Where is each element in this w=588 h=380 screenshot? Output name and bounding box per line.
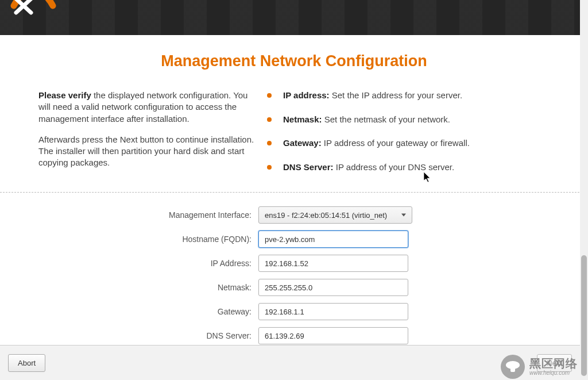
bullet-ip: IP address: Set the IP address for your … xyxy=(266,90,550,101)
bullet-dns: DNS Server: IP address of your DNS serve… xyxy=(266,162,550,173)
label-netmask: Netmask: xyxy=(0,283,258,292)
hostname-input[interactable] xyxy=(258,231,408,248)
label-dns: DNS Server: xyxy=(0,331,258,340)
description-para2: Afterwards press the Next button to cont… xyxy=(38,134,254,169)
bullet-icon xyxy=(267,141,272,145)
description-left: Please verify the displayed network conf… xyxy=(38,90,266,185)
label-interface: Management Interface: xyxy=(0,210,258,220)
label-hostname: Hostname (FQDN): xyxy=(0,235,258,244)
interface-selected-value: ens19 - f2:24:eb:05:14:51 (virtio_net) xyxy=(265,211,387,220)
scrollbar-thumb[interactable] xyxy=(581,255,587,376)
label-gateway: Gateway: xyxy=(0,307,258,316)
verify-bold: Please verify xyxy=(38,90,91,100)
netmask-input[interactable] xyxy=(258,279,408,296)
installer-header xyxy=(0,0,588,35)
chevron-down-icon xyxy=(401,214,406,217)
label-ip: IP Address: xyxy=(0,259,258,268)
bullet-icon xyxy=(267,93,272,98)
interface-dropdown[interactable]: ens19 - f2:24:eb:05:14:51 (virtio_net) xyxy=(258,206,412,224)
description-columns: Please verify the displayed network conf… xyxy=(38,90,550,185)
svg-rect-1 xyxy=(510,367,515,372)
description-right: IP address: Set the IP address for your … xyxy=(266,90,550,185)
dns-input[interactable] xyxy=(258,327,408,344)
installer-footer: Abort Next xyxy=(0,345,580,380)
watermark: 黑区网络 www.heiqu.com xyxy=(501,355,578,379)
ip-input[interactable] xyxy=(258,255,408,272)
main-content: Management Network Configuration Please … xyxy=(0,35,588,345)
bullet-gateway: Gateway: IP address of your gateway or f… xyxy=(266,137,550,149)
watermark-logo-circle xyxy=(501,355,525,379)
page-title: Management Network Configuration xyxy=(0,52,588,70)
watermark-cn-text: 黑区网络 xyxy=(529,358,578,369)
bullet-netmask: Netmask: Set the netmask of your network… xyxy=(266,114,550,125)
abort-button[interactable]: Abort xyxy=(8,354,45,372)
gateway-input[interactable] xyxy=(258,303,408,320)
bullet-icon xyxy=(267,117,272,122)
proxmox-logo-partial xyxy=(10,0,56,24)
network-form: Management Interface: ens19 - f2:24:eb:0… xyxy=(0,193,588,345)
bullet-icon xyxy=(267,165,272,170)
scrollbar-track[interactable] xyxy=(580,0,588,380)
watermark-url-text: www.heiqu.com xyxy=(529,370,578,376)
